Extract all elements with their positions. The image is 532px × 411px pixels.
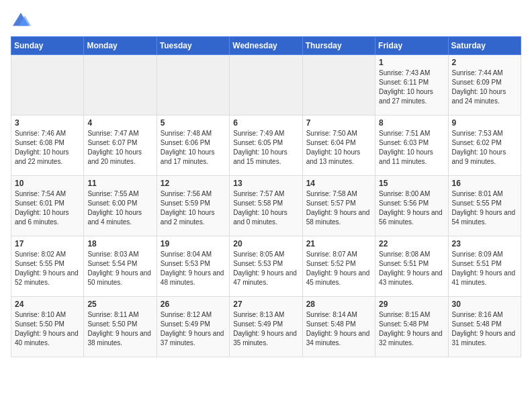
day-info: Daylight: 10 hours and 27 minutes. — [379, 87, 444, 106]
day-info: Sunset: 5:51 PM — [379, 259, 444, 269]
day-info: Sunrise: 7:46 AM — [15, 129, 80, 138]
day-info: Sunset: 5:56 PM — [379, 199, 444, 208]
day-info: Daylight: 9 hours and 35 minutes. — [233, 329, 298, 348]
day-info: Sunset: 6:07 PM — [87, 138, 152, 148]
day-info: Daylight: 9 hours and 32 minutes. — [379, 329, 444, 348]
header-monday: Monday — [84, 37, 157, 55]
day-number: 3 — [15, 118, 80, 128]
day-number: 16 — [452, 179, 517, 188]
calendar-cell: 10Sunrise: 7:54 AMSunset: 6:01 PMDayligh… — [11, 176, 84, 236]
day-info: Daylight: 10 hours and 24 minutes. — [452, 87, 517, 106]
calendar-cell: 3Sunrise: 7:46 AMSunset: 6:08 PMDaylight… — [11, 116, 84, 176]
day-info: Sunset: 5:52 PM — [306, 259, 371, 269]
day-info: Sunset: 6:11 PM — [379, 78, 444, 87]
day-info: Sunset: 5:50 PM — [87, 320, 152, 329]
day-info: Sunset: 5:50 PM — [15, 320, 80, 329]
day-info: Daylight: 9 hours and 34 minutes. — [306, 329, 371, 348]
day-info: Sunset: 5:55 PM — [15, 259, 80, 269]
calendar-cell: 12Sunrise: 7:56 AMSunset: 5:59 PMDayligh… — [157, 176, 229, 236]
day-info: Sunrise: 8:10 AM — [15, 310, 80, 320]
day-number: 6 — [233, 118, 298, 128]
day-number: 25 — [87, 300, 152, 309]
day-info: Daylight: 9 hours and 45 minutes. — [306, 269, 371, 287]
calendar-cell: 2Sunrise: 7:44 AMSunset: 6:09 PMDaylight… — [448, 55, 521, 116]
calendar-cell — [230, 55, 302, 116]
calendar-cell: 28Sunrise: 8:14 AMSunset: 5:48 PMDayligh… — [302, 297, 375, 357]
day-info: Daylight: 10 hours and 9 minutes. — [452, 148, 517, 167]
day-info: Daylight: 9 hours and 43 minutes. — [379, 269, 444, 287]
day-info: Sunrise: 8:03 AM — [87, 250, 152, 259]
calendar-cell: 21Sunrise: 8:07 AMSunset: 5:52 PMDayligh… — [302, 236, 375, 297]
calendar-cell: 20Sunrise: 8:05 AMSunset: 5:53 PMDayligh… — [230, 236, 302, 297]
day-info: Daylight: 9 hours and 54 minutes. — [452, 208, 517, 227]
day-number: 20 — [233, 239, 298, 248]
calendar-week-3: 17Sunrise: 8:02 AMSunset: 5:55 PMDayligh… — [11, 236, 521, 297]
day-number: 9 — [452, 118, 517, 128]
day-info: Sunset: 5:48 PM — [306, 320, 371, 329]
day-info: Sunrise: 7:49 AM — [233, 129, 298, 138]
day-number: 24 — [15, 300, 80, 309]
calendar-cell: 27Sunrise: 8:13 AMSunset: 5:49 PMDayligh… — [230, 297, 302, 357]
day-number: 28 — [306, 300, 371, 309]
day-info: Sunrise: 7:50 AM — [306, 129, 371, 138]
day-info: Sunrise: 8:15 AM — [379, 310, 444, 320]
day-info: Sunset: 5:53 PM — [161, 259, 226, 269]
day-info: Sunset: 5:53 PM — [233, 259, 298, 269]
day-number: 8 — [379, 118, 444, 128]
day-info: Sunset: 6:01 PM — [15, 199, 80, 208]
day-info: Daylight: 10 hours and 4 minutes. — [87, 208, 152, 227]
day-number: 10 — [15, 179, 80, 188]
day-info: Sunset: 5:58 PM — [233, 199, 298, 208]
day-info: Sunset: 6:04 PM — [306, 138, 371, 148]
day-number: 23 — [452, 239, 517, 248]
day-info: Sunrise: 8:07 AM — [306, 250, 371, 259]
day-info: Sunset: 6:06 PM — [161, 138, 226, 148]
day-number: 29 — [379, 300, 444, 309]
day-info: Sunrise: 7:53 AM — [452, 129, 517, 138]
day-info: Sunrise: 7:47 AM — [87, 129, 152, 138]
day-number: 4 — [87, 118, 152, 128]
calendar-cell: 19Sunrise: 8:04 AMSunset: 5:53 PMDayligh… — [157, 236, 229, 297]
day-info: Sunrise: 8:16 AM — [452, 310, 517, 320]
day-number: 30 — [452, 300, 517, 309]
day-number: 2 — [452, 58, 517, 67]
day-number: 21 — [306, 239, 371, 248]
calendar-cell: 26Sunrise: 8:12 AMSunset: 5:49 PMDayligh… — [157, 297, 229, 357]
calendar-cell — [11, 55, 84, 116]
day-info: Daylight: 9 hours and 31 minutes. — [452, 329, 517, 348]
day-info: Daylight: 9 hours and 47 minutes. — [233, 269, 298, 287]
day-info: Sunrise: 7:44 AM — [452, 68, 517, 78]
day-info: Sunrise: 8:13 AM — [233, 310, 298, 320]
header-thursday: Thursday — [302, 37, 375, 55]
day-info: Daylight: 10 hours and 11 minutes. — [379, 148, 444, 167]
day-info: Sunrise: 8:08 AM — [379, 250, 444, 259]
calendar-cell: 23Sunrise: 8:09 AMSunset: 5:51 PMDayligh… — [448, 236, 521, 297]
day-number: 17 — [15, 239, 80, 248]
day-info: Daylight: 10 hours and 15 minutes. — [233, 148, 298, 167]
day-info: Daylight: 10 hours and 20 minutes. — [87, 148, 152, 167]
header-sunday: Sunday — [11, 37, 84, 55]
calendar-cell: 22Sunrise: 8:08 AMSunset: 5:51 PMDayligh… — [375, 236, 448, 297]
day-info: Sunrise: 7:56 AM — [161, 189, 226, 199]
day-number: 1 — [379, 58, 444, 67]
header-wednesday: Wednesday — [230, 37, 302, 55]
day-number: 27 — [233, 300, 298, 309]
day-info: Sunrise: 7:51 AM — [379, 129, 444, 138]
day-number: 11 — [87, 179, 152, 188]
day-info: Sunset: 6:09 PM — [452, 78, 517, 87]
day-info: Sunrise: 8:02 AM — [15, 250, 80, 259]
day-info: Sunrise: 7:48 AM — [161, 129, 226, 138]
day-number: 5 — [161, 118, 226, 128]
day-info: Daylight: 9 hours and 48 minutes. — [161, 269, 226, 287]
day-info: Daylight: 9 hours and 52 minutes. — [15, 269, 80, 287]
calendar-week-2: 10Sunrise: 7:54 AMSunset: 6:01 PMDayligh… — [11, 176, 521, 236]
day-number: 19 — [161, 239, 226, 248]
day-info: Sunrise: 8:05 AM — [233, 250, 298, 259]
calendar-cell: 15Sunrise: 8:00 AMSunset: 5:56 PMDayligh… — [375, 176, 448, 236]
calendar-cell: 5Sunrise: 7:48 AMSunset: 6:06 PMDaylight… — [157, 116, 229, 176]
day-info: Daylight: 10 hours and 13 minutes. — [306, 148, 371, 167]
day-info: Sunset: 5:51 PM — [452, 259, 517, 269]
calendar-cell: 8Sunrise: 7:51 AMSunset: 6:03 PMDaylight… — [375, 116, 448, 176]
day-info: Daylight: 9 hours and 58 minutes. — [306, 208, 371, 227]
calendar-cell: 1Sunrise: 7:43 AMSunset: 6:11 PMDaylight… — [375, 55, 448, 116]
